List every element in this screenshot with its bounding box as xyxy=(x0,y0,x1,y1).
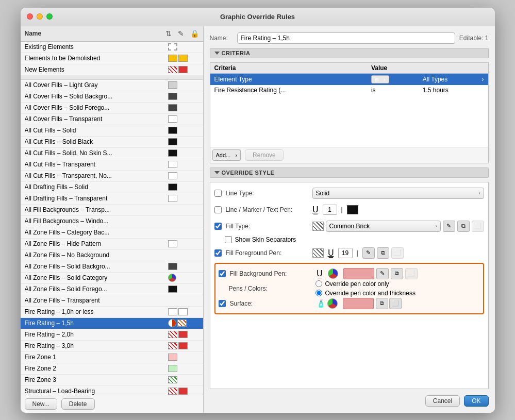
fill-copy-icon[interactable]: ⧉ xyxy=(457,221,470,232)
list-item[interactable]: New Elements xyxy=(21,64,203,76)
list-item[interactable]: Fire Zone 3 xyxy=(21,375,203,386)
item-swatches xyxy=(168,376,199,383)
pen-number-input[interactable] xyxy=(323,205,337,215)
name-input[interactable] xyxy=(237,32,455,44)
override-section-header: OVERRIDE STYLE xyxy=(210,167,489,178)
show-skin-checkbox[interactable] xyxy=(225,236,232,243)
item-swatches xyxy=(168,127,199,134)
list-item[interactable]: All Cut Fills – Solid, No Skin S... xyxy=(21,148,203,159)
value-text: All Types xyxy=(423,76,447,83)
line-type-checkbox[interactable] xyxy=(214,190,222,197)
list-item[interactable]: All Zone Fills – Solid Category xyxy=(21,273,203,284)
list-item[interactable]: Fire Rating – 2,0h xyxy=(21,329,203,341)
item-name: Fire Rating – 1,0h or less xyxy=(25,308,168,315)
fg-paste-icon[interactable]: ⬜ xyxy=(391,247,404,259)
item-name: All Zone Fills – Solid Backgro... xyxy=(25,263,168,270)
list-item[interactable]: All Cut Fills – Solid xyxy=(21,125,203,137)
list-item[interactable]: All Fill Backgrounds – Transp... xyxy=(21,205,203,216)
list-item[interactable]: All Cover Fills – Solid Backgro... xyxy=(21,91,203,103)
criteria-cell: Fire Resistance Rating (... xyxy=(210,85,367,95)
list-item[interactable]: All Zone Fills – Category Bac... xyxy=(21,227,203,239)
fill-paste-icon[interactable]: ⬜ xyxy=(472,221,484,232)
fg-edit-icon[interactable]: ✎ xyxy=(362,247,375,259)
item-swatches xyxy=(168,43,199,51)
list-item[interactable]: Structural – Load-Bearing xyxy=(21,386,203,395)
list-item[interactable]: All Zone Fills – Transparent xyxy=(21,295,203,307)
delete-button[interactable]: Delete xyxy=(61,398,95,410)
bg-edit-icon[interactable]: ✎ xyxy=(376,268,389,279)
dropdown-arrow-icon: › xyxy=(478,190,480,196)
surface-checkbox[interactable] xyxy=(219,300,226,307)
item-swatches xyxy=(168,274,199,282)
collapse-triangle-icon2[interactable] xyxy=(214,171,220,174)
criteria-row[interactable]: Element Type is › All Types › xyxy=(210,73,488,85)
radio-color-only[interactable] xyxy=(315,280,322,287)
criteria-row[interactable]: Fire Resistance Rating (... is 1.5 hours xyxy=(210,85,488,95)
list-item[interactable]: All Cover Fills – Transparent xyxy=(21,114,203,125)
edit-icon[interactable]: ✎ xyxy=(178,29,184,38)
radio-color-thickness[interactable] xyxy=(315,290,322,296)
bg-pen-underline-icon: U̲ xyxy=(317,268,323,278)
list-item[interactable]: All Cover Fills – Solid Forego... xyxy=(21,103,203,114)
bg-pen-pie-icon[interactable] xyxy=(328,268,338,279)
list-item[interactable]: Fire Zone 2 xyxy=(21,363,203,375)
list-item[interactable]: Elements to be Demolished xyxy=(21,53,203,64)
list-item[interactable]: All Cut Fills – Transparent xyxy=(21,159,203,171)
minimize-button[interactable] xyxy=(37,13,43,20)
list-item[interactable]: Fire Rating – 1,0h or less xyxy=(21,307,203,318)
fill-type-dropdown[interactable]: Common Brick › xyxy=(326,221,441,232)
line-type-dropdown[interactable]: Solid › xyxy=(312,188,484,199)
ok-button[interactable]: OK xyxy=(464,395,488,407)
list-item[interactable]: All Cut Fills – Solid Black xyxy=(21,137,203,148)
item-name: All Cover Fills – Transparent xyxy=(25,115,168,123)
list-item[interactable]: Fire Rating – 3,0h xyxy=(21,341,203,352)
fill-bg-pen-checkbox[interactable] xyxy=(219,270,226,277)
fill-edit-icon[interactable]: ✎ xyxy=(443,221,455,232)
bg-paste-icon[interactable]: ⬜ xyxy=(405,268,418,279)
surface-copy-icon1[interactable]: ⧉ xyxy=(376,298,388,309)
list-item[interactable]: All Zone Fills – Hide Pattern xyxy=(21,239,203,250)
add-criteria-button[interactable]: Add... › xyxy=(212,149,241,161)
fg-pen-number-input[interactable] xyxy=(338,248,353,258)
list-item[interactable]: All Drafting Fills – Transparent xyxy=(21,193,203,205)
item-swatches xyxy=(168,161,199,168)
value-arrow[interactable]: › xyxy=(482,76,484,83)
close-button[interactable] xyxy=(27,13,33,20)
item-name: All Drafting Fills – Solid xyxy=(25,183,168,191)
lock-icon[interactable]: 🔒 xyxy=(190,29,199,38)
list-item[interactable]: All Fill Backgrounds – Windo... xyxy=(21,216,203,227)
line-type-row: Line Type: Solid › xyxy=(214,187,484,200)
surface-color-swatch[interactable] xyxy=(343,298,374,309)
swatch xyxy=(168,376,177,383)
list-item[interactable]: All Zone Fills – Solid Forego... xyxy=(21,284,203,295)
swatch xyxy=(168,115,177,123)
remove-criteria-button[interactable]: Remove xyxy=(245,149,284,161)
value-col-header: Value xyxy=(367,63,488,74)
collapse-triangle-icon[interactable] xyxy=(214,52,220,55)
list-item[interactable]: All Cut Fills – Transparent, No... xyxy=(21,171,203,182)
bg-color-swatch[interactable] xyxy=(343,268,374,279)
override-body: Line Type: Solid › Line / Marker / Text … xyxy=(210,182,488,318)
list-item[interactable]: Existing Elements xyxy=(21,42,203,53)
maximize-button[interactable] xyxy=(46,13,53,20)
fg-copy-icon[interactable]: ⧉ xyxy=(377,247,389,259)
surface-copy-icon2[interactable]: ⬜ xyxy=(389,298,402,309)
list-item[interactable]: All Cover Fills – Light Gray xyxy=(21,80,203,91)
item-name: All Cut Fills – Solid, No Skin S... xyxy=(25,149,168,157)
list-item[interactable]: Fire Zone 1 xyxy=(21,352,203,363)
list-item[interactable]: All Drafting Fills – Solid xyxy=(21,182,203,193)
list-item[interactable]: All Zone Fills – Solid Backgro... xyxy=(21,261,203,273)
item-swatches xyxy=(168,365,199,372)
sort-icon[interactable]: ⇅ xyxy=(165,29,172,38)
cancel-button[interactable]: Cancel xyxy=(425,395,460,407)
operator-btn[interactable]: is › xyxy=(371,75,389,83)
fill-fg-pen-checkbox[interactable] xyxy=(214,249,222,257)
list-item[interactable]: All Zone Fills – No Background xyxy=(21,250,203,261)
surface-pie-icon[interactable] xyxy=(327,298,338,309)
bg-copy-icon[interactable]: ⧉ xyxy=(391,268,403,279)
new-button[interactable]: New... xyxy=(25,398,57,410)
line-marker-checkbox[interactable] xyxy=(214,206,222,213)
list-item-selected[interactable]: Fire Rating – 1,5h xyxy=(21,318,203,329)
fill-type-row: Fill Type: Common Brick › ✎ ⧉ ⬜ xyxy=(214,220,484,233)
fill-type-checkbox[interactable] xyxy=(214,223,222,230)
